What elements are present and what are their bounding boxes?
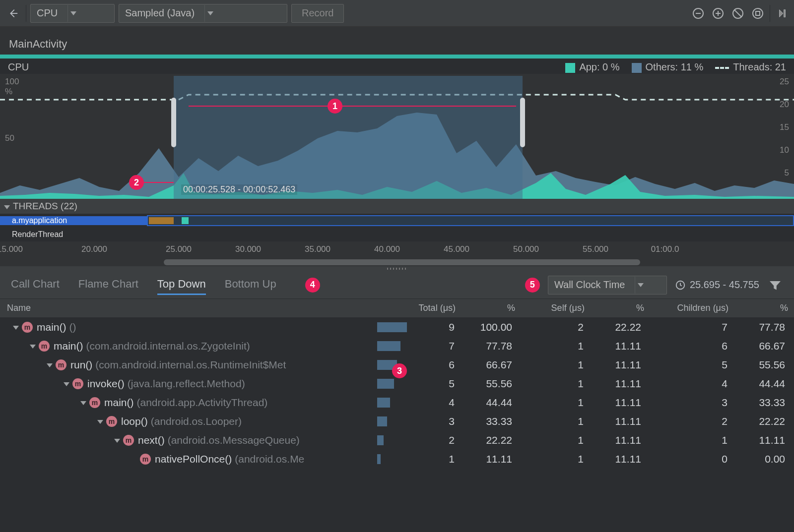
- divider: [770, 5, 770, 22]
- children-value: 1: [650, 434, 734, 446]
- expand-icon[interactable]: [97, 417, 103, 425]
- total-pct: 100.00: [462, 321, 521, 333]
- method-package: (com.android.internal.os.RuntimeInit$Met: [95, 359, 286, 371]
- trace-mode-label: Sampled (Java): [125, 7, 195, 19]
- tab-call-chart[interactable]: Call Chart: [11, 275, 60, 295]
- children-pct: 55.56: [734, 359, 794, 371]
- resize-grip[interactable]: [0, 266, 794, 271]
- self-value: 1: [521, 453, 591, 465]
- tab-top-down[interactable]: Top Down: [157, 275, 206, 295]
- expand-icon[interactable]: [64, 380, 69, 388]
- expand-icon[interactable]: [30, 342, 36, 350]
- chevron-down-icon: [635, 277, 646, 294]
- col-children-pct[interactable]: %: [734, 303, 794, 313]
- selection-range[interactable]: [174, 76, 523, 199]
- method-icon: m: [140, 454, 151, 465]
- children-pct: 44.44: [734, 378, 794, 390]
- tab-flame-chart[interactable]: Flame Chart: [78, 275, 138, 295]
- total-value: 4: [407, 397, 462, 409]
- tree-row[interactable]: mloop() (android.os.Looper)333.33111.112…: [0, 412, 794, 431]
- activity-row: MainActivity: [0, 27, 794, 55]
- timeline-tick: 25.000: [166, 244, 192, 254]
- selection-range-label: 00:00:25.528 - 00:00:52.463: [181, 184, 297, 195]
- method-package: (android.os.MessageQueue): [168, 434, 300, 446]
- thread-row[interactable]: RenderThread: [0, 228, 794, 241]
- zoom-in-icon[interactable]: [710, 5, 726, 21]
- expand-icon[interactable]: [114, 436, 120, 444]
- children-pct: 11.11: [734, 434, 794, 446]
- expand-icon[interactable]: [13, 323, 19, 331]
- legend-others: Others: 11 %: [632, 61, 704, 73]
- scrollbar-thumb[interactable]: [164, 259, 640, 265]
- profiler-select[interactable]: CPU: [30, 4, 115, 23]
- method-name: nativePollOnce(): [155, 453, 232, 465]
- selection-handle-left[interactable]: [171, 98, 176, 147]
- total-pct: 66.67: [462, 359, 521, 371]
- clock-icon: [675, 280, 686, 291]
- go-live-icon[interactable]: [774, 5, 790, 21]
- col-name[interactable]: Name: [0, 303, 377, 313]
- total-bar: [377, 434, 407, 446]
- total-value: 5: [407, 378, 462, 390]
- total-value: 1: [407, 453, 462, 465]
- threads-header[interactable]: THREADS (22): [0, 199, 794, 214]
- col-children[interactable]: Children (μs): [650, 303, 734, 313]
- children-value: 7: [650, 321, 734, 333]
- col-self-pct[interactable]: %: [591, 303, 650, 313]
- thread-row[interactable]: a.myapplication: [0, 214, 794, 228]
- timeline-tick: 35.000: [305, 244, 331, 254]
- selection-handle-right[interactable]: [520, 98, 525, 147]
- total-pct: 11.11: [462, 453, 521, 465]
- trace-mode-select[interactable]: Sampled (Java): [119, 4, 287, 23]
- tree-row[interactable]: mnativePollOnce() (android.os.Me111.1111…: [0, 450, 794, 469]
- callout-3: 3: [392, 363, 407, 378]
- total-bar: [377, 340, 407, 352]
- col-self[interactable]: Self (μs): [521, 303, 591, 313]
- col-total[interactable]: Total (μs): [377, 303, 462, 313]
- callout-1-line: [189, 106, 516, 107]
- cpu-chart[interactable]: 100 % 50 25 20 15 10 5 1 2 00:00:25.528 …: [0, 74, 794, 199]
- children-value: 6: [650, 340, 734, 352]
- zoom-out-icon[interactable]: [690, 5, 706, 21]
- reset-zoom-icon[interactable]: [730, 5, 746, 21]
- chevron-down-icon: [204, 5, 215, 22]
- record-button[interactable]: Record: [291, 4, 344, 23]
- callout-4: 4: [305, 278, 320, 293]
- activity-label: MainActivity: [9, 38, 67, 54]
- profiler-toolbar: CPU Sampled (Java) Record: [0, 0, 794, 27]
- tree-row[interactable]: mmain() (android.app.ActivityThread)444.…: [0, 393, 794, 412]
- method-package: (com.android.internal.os.ZygoteInit): [86, 340, 250, 352]
- time-mode-select[interactable]: Wall Clock Time: [548, 276, 667, 295]
- horizontal-scrollbar[interactable]: [0, 258, 794, 266]
- zoom-selection-icon[interactable]: [750, 5, 766, 21]
- children-pct: 0.00: [734, 453, 794, 465]
- tab-bottom-up[interactable]: Bottom Up: [225, 275, 276, 295]
- children-value: 3: [650, 397, 734, 409]
- thread-list: a.myapplicationRenderThread: [0, 214, 794, 241]
- back-button[interactable]: [4, 4, 22, 22]
- expand-icon: [4, 201, 10, 212]
- timeline-tick: 40.000: [374, 244, 400, 254]
- method-name: run(): [70, 359, 92, 371]
- expand-icon[interactable]: [80, 399, 86, 407]
- filter-icon[interactable]: [767, 277, 783, 293]
- children-value: 0: [650, 453, 734, 465]
- legend-app: App: 0 %: [565, 61, 619, 73]
- method-icon: m: [72, 378, 83, 389]
- cpu-title: CPU: [8, 61, 29, 73]
- method-package: (): [69, 321, 76, 333]
- children-value: 4: [650, 378, 734, 390]
- total-pct: 22.22: [462, 434, 521, 446]
- total-pct: 55.56: [462, 378, 521, 390]
- expand-icon[interactable]: [47, 361, 53, 369]
- tree-row[interactable]: mmain() (com.android.internal.os.ZygoteI…: [0, 337, 794, 355]
- method-name: main(): [104, 397, 134, 409]
- tree-row[interactable]: mnext() (android.os.MessageQueue)222.221…: [0, 431, 794, 450]
- thread-track[interactable]: [147, 229, 794, 240]
- self-value: 2: [521, 321, 591, 333]
- tree-row[interactable]: mmain() ()9100.00222.22777.78: [0, 318, 794, 337]
- col-total-pct[interactable]: %: [462, 303, 521, 313]
- thread-track[interactable]: [147, 215, 794, 226]
- total-value: 9: [407, 321, 462, 333]
- svg-rect-9: [784, 9, 786, 17]
